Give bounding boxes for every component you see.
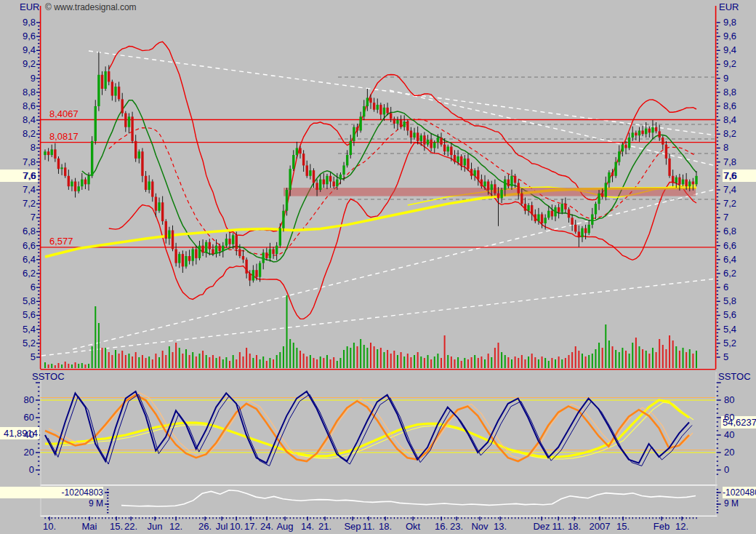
volume-value-box-right: -10204803 [723,487,756,498]
price-tick-label: 6,2 [723,268,736,279]
sstoc-tick-label: 20 [0,447,34,458]
price-tick-label: 5,2 [723,338,736,348]
price-axis-title-right: EUR [719,1,739,12]
sstoc-tick-label: 80 [724,394,734,405]
time-axis-label: 12. [160,521,192,532]
price-tick-label: 8,8 [723,87,736,97]
volume-tick-label-left: 9 M [73,498,103,509]
price-tick-label: 6,4 [0,254,36,265]
price-tick-label: 5,4 [723,324,736,335]
price-tick-label: 6,2 [0,268,36,279]
trading-chart-window: EUR EUR © www.tradesignal.com 8,4067 8,0… [0,0,756,534]
sstoc-tick-label: 60 [0,412,34,423]
price-line-label-3: 6,577 [49,236,73,247]
price-line-label-2: 8,0817 [49,131,79,142]
sstoc-tick-label: 40 [0,429,34,440]
sstoc-tick-label: 40 [724,429,734,440]
price-tick-label: 5 [0,351,36,362]
price-tick-label: 8,2 [0,128,36,139]
price-tick-label: 7,4 [0,184,36,195]
price-tick-label: 5,8 [0,295,36,306]
price-tick-label: 5 [723,351,728,362]
price-tick-label: 6,6 [723,240,736,251]
volume-tick-label-right: 9 M [724,498,739,509]
price-tick-label: 5,4 [0,324,36,335]
price-tick-label: 9,8 [723,17,736,28]
price-tick-label: 7,6 [0,170,36,181]
sstoc-title-left: SSTOC [32,371,65,382]
price-tick-label: 7,8 [0,156,36,167]
price-tick-label: 9,6 [723,31,736,41]
volume-value-box-left: -10204803 [0,487,103,498]
price-tick-label: 7,2 [723,198,736,209]
price-tick-label: 6 [723,282,728,292]
price-tick-label: 6,8 [0,226,36,236]
price-tick-label: 9 [0,73,36,84]
sstoc-title-right: SSTOC [718,371,751,382]
price-tick-label: 9,6 [0,31,36,41]
price-tick-label: 6,8 [723,226,736,236]
price-tick-label: 8,4 [723,114,736,125]
price-tick-label: 6 [0,282,36,292]
price-tick-label: 9,2 [0,58,36,69]
price-tick-label: 8,6 [723,100,736,111]
time-axis-label: 12. [666,521,698,532]
time-axis-label: 15. [607,521,639,532]
price-tick-label: 7 [723,212,728,223]
price-axis-title-left: EUR [20,1,39,12]
price-tick-label: 8 [723,142,728,153]
sstoc-tick-label: 0 [0,464,34,475]
price-tick-label: 9,4 [723,44,736,55]
price-tick-label: 5,6 [723,309,736,320]
price-tick-label: 5,2 [0,338,36,348]
price-tick-label: 6,4 [723,254,736,265]
price-tick-label: 8 [0,142,36,153]
price-tick-label: 5,8 [723,295,736,306]
price-line-label-1: 8,4067 [49,108,79,119]
price-tick-label: 8,6 [0,100,36,111]
chart-canvas [0,0,756,534]
price-tick-label: 9,4 [0,44,36,55]
time-axis-label: 13. [484,521,516,532]
watermark: © www.tradesignal.com [45,2,137,12]
price-tick-label: 9 [723,73,728,84]
price-tick-label: 7,8 [723,156,736,167]
time-axis-label: Okt [397,521,429,532]
price-tick-label: 8,4 [0,114,36,125]
price-tick-label: 7,6 [723,170,736,181]
price-tick-label: 7,4 [723,184,736,195]
price-tick-label: 8,8 [0,87,36,97]
sstoc-tick-label: 20 [724,447,734,458]
sstoc-tick-label: 80 [0,394,34,405]
time-axis-label: 10. [33,521,65,532]
sstoc-tick-label: 60 [724,412,734,423]
price-tick-label: 9,2 [723,58,736,69]
sstoc-tick-label: 0 [724,464,729,475]
price-tick-label: 6,6 [0,240,36,251]
price-tick-label: 9,8 [0,17,36,28]
price-tick-label: 7 [0,212,36,223]
price-tick-label: 7,2 [0,198,36,209]
price-tick-label: 8,2 [723,128,736,139]
price-tick-label: 5,6 [0,309,36,320]
